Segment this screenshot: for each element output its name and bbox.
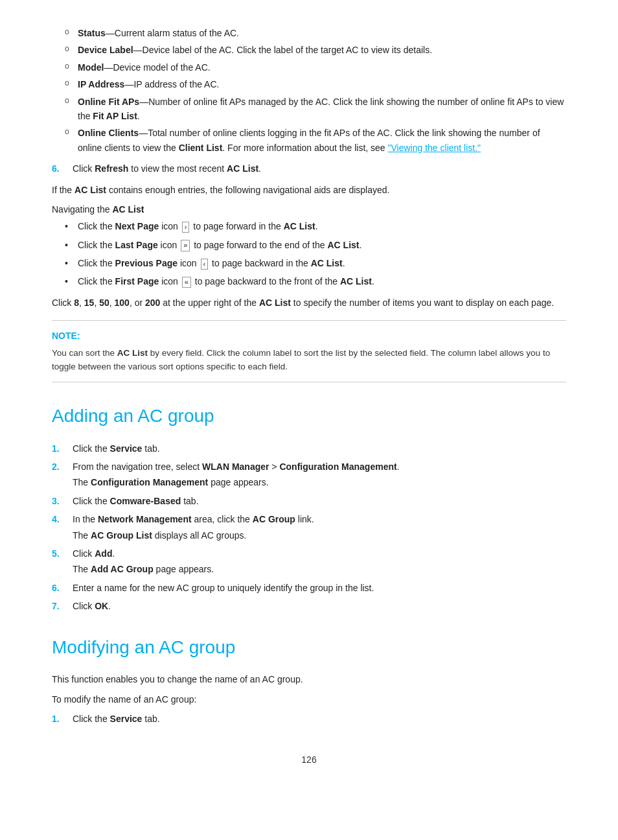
prev-page-icon: ‹ <box>201 259 209 270</box>
adding-step-7: 7. Click OK. <box>52 599 566 613</box>
step-6-content: Click Refresh to view the most recent AC… <box>73 161 566 176</box>
nav-label-text: Navigating the AC List <box>52 202 566 216</box>
adding-step-5-sub: The Add AC Group page appears. <box>52 562 566 576</box>
adding-step-6: 6. Enter a name for the new AC group to … <box>52 581 566 595</box>
adding-step-1-content: Click the Service tab. <box>73 441 566 456</box>
online-fit-desc: —Number of online fit APs managed by the… <box>78 97 564 121</box>
list-item-online-fit: Online Fit APs—Number of online fit APs … <box>65 95 566 124</box>
adding-step-6-content: Enter a name for the new AC group to uni… <box>73 581 566 595</box>
list-item-model: Model—Device model of the AC. <box>65 60 566 75</box>
adding-step-6-num: 6. <box>52 581 67 595</box>
adding-step-2-sub: The Configuration Management page appear… <box>52 475 566 489</box>
viewing-client-list-link[interactable]: "Viewing the client list." <box>388 143 481 153</box>
list-item-online-clients: Online Clients—Total number of online cl… <box>65 126 566 155</box>
adding-step-2-content: From the navigation tree, select WLAN Ma… <box>73 460 566 474</box>
adding-step-4-num: 4. <box>52 512 67 526</box>
device-label-label: Device Label <box>78 45 133 55</box>
adding-step-7-num: 7. <box>52 599 67 613</box>
dot-item-prev: Click the Previous Page icon ‹ to page b… <box>65 256 566 270</box>
adding-step-5-content: Click Add. <box>73 546 566 561</box>
first-page-icon: « <box>182 277 191 288</box>
step-6-num: 6. <box>52 161 67 176</box>
dot-list: Click the Next Page icon › to page forwa… <box>52 219 566 289</box>
adding-step-4-content: In the Network Management area, click th… <box>73 512 566 526</box>
adding-step-4-sub: The AC Group List displays all AC groups… <box>52 528 566 542</box>
adding-step-3-num: 3. <box>52 494 67 508</box>
list-item-device-label: Device Label—Device label of the AC. Cli… <box>65 43 566 57</box>
bullet-list: Status—Current alarm status of the AC. D… <box>52 26 566 155</box>
ip-desc: —IP address of the AC. <box>124 79 219 89</box>
note-label: NOTE: <box>52 329 566 343</box>
online-fit-label: Online Fit APs <box>78 97 139 107</box>
status-desc: —Current alarm status of the AC. <box>106 28 239 38</box>
modifying-step-1: 1. Click the Service tab. <box>52 712 566 726</box>
last-page-icon: » <box>181 240 190 251</box>
adding-step-1: 1. Click the Service tab. <box>52 441 566 456</box>
adding-step-2: 2. From the navigation tree, select WLAN… <box>52 460 566 490</box>
online-clients-desc: —Total number of online clients logging … <box>78 128 540 152</box>
dot-item-last: Click the Last Page icon » to page forwa… <box>65 238 566 252</box>
next-page-icon: › <box>182 222 190 233</box>
adding-step-2-num: 2. <box>52 460 67 474</box>
step-6-refresh: 6. Click Refresh to view the most recent… <box>52 161 566 176</box>
dot-item-next: Click the Next Page icon › to page forwa… <box>65 219 566 233</box>
modifying-step-1-num: 1. <box>52 712 67 726</box>
adding-step-4: 4. In the Network Management area, click… <box>52 512 566 542</box>
adding-steps-list: 1. Click the Service tab. 2. From the na… <box>52 441 566 614</box>
modifying-ac-group-heading: Modifying an AC group <box>52 633 566 662</box>
adding-step-3: 3. Click the Comware-Based tab. <box>52 494 566 508</box>
note-box: NOTE: You can sort the AC List by every … <box>52 320 566 382</box>
online-clients-label: Online Clients <box>78 128 139 138</box>
adding-ac-group-heading: Adding an AC group <box>52 402 566 431</box>
note-text: You can sort the AC List by every field.… <box>52 346 566 374</box>
adding-step-7-content: Click OK. <box>73 599 566 613</box>
device-label-desc: —Device label of the AC. Click the label… <box>133 45 432 55</box>
click-numbers-text: Click 8, 15, 50, 100, or 200 at the uppe… <box>52 296 566 310</box>
model-label: Model <box>78 62 104 73</box>
model-desc: —Device model of the AC. <box>104 62 210 73</box>
list-item-ip: IP Address—IP address of the AC. <box>65 77 566 91</box>
adding-step-1-num: 1. <box>52 441 67 456</box>
modifying-intro-1: This function enables you to change the … <box>52 672 566 686</box>
adding-step-3-content: Click the Comware-Based tab. <box>73 494 566 508</box>
page-number: 126 <box>52 752 566 767</box>
adding-step-5: 5. Click Add. The Add AC Group page appe… <box>52 546 566 577</box>
modifying-step-1-content: Click the Service tab. <box>73 712 566 726</box>
modifying-steps-list: 1. Click the Service tab. <box>52 712 566 726</box>
nav-intro-text: If the AC List contains enough entries, … <box>52 183 566 197</box>
adding-step-5-num: 5. <box>52 546 67 561</box>
dot-item-first: Click the First Page icon « to page back… <box>65 274 566 288</box>
status-label: Status <box>78 28 106 38</box>
list-item-status: Status—Current alarm status of the AC. <box>65 26 566 40</box>
modifying-intro-2: To modify the name of an AC group: <box>52 692 566 706</box>
ip-label: IP Address <box>78 79 124 89</box>
